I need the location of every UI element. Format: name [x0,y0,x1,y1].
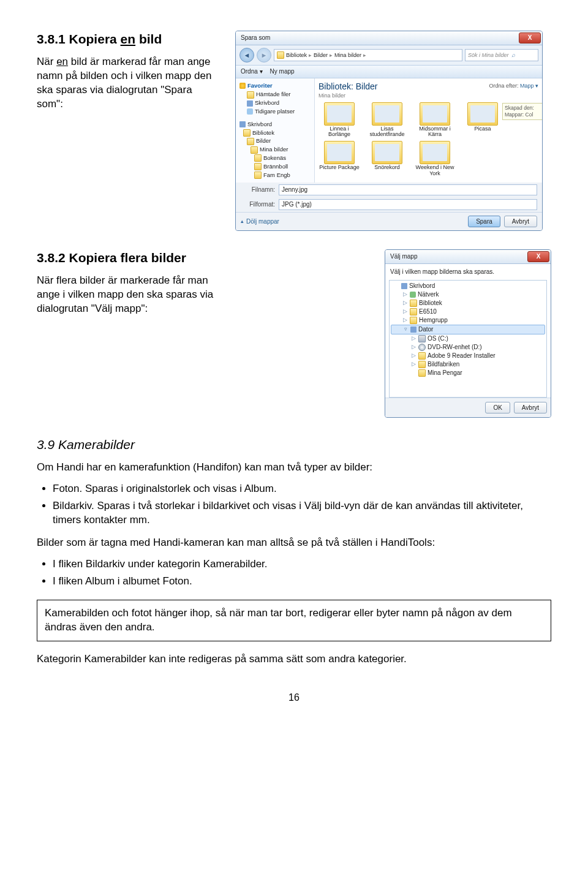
folder-icon [418,352,426,360]
folder-item[interactable]: Midsommar i Kärra [414,102,456,138]
list-item: Bildarkiv. Sparas i två storlekar i bild… [53,499,551,527]
list-item: I fliken Album i albumet Foton. [53,575,551,589]
fileformat-label: Filformat: [241,200,275,209]
folder-icon [410,300,417,307]
folder-icon [372,141,402,164]
cancel-button[interactable]: Avbryt [514,402,547,414]
tree-item[interactable]: ▿Dator [391,325,545,334]
desk-icon [410,326,417,333]
filename-label: Filnamn: [241,186,275,194]
folder-picker-dialog: Välj mapp X Välj i vilken mapp bilderna … [385,249,551,418]
breadcrumb[interactable]: Bibliotek▸ Bilder▸ Mina bilder▸ [274,49,462,61]
order-by-dropdown[interactable]: Mapp ▾ [520,83,538,89]
folder-item[interactable]: Linnea i Borlänge [318,102,360,138]
picker-title: Välj mapp [390,252,417,261]
picker-instruction: Välj i vilken mapp bilderna ska sparas. [390,268,546,276]
fileformat-dropdown[interactable]: JPG (*.jpg) [279,199,537,210]
close-icon[interactable]: X [527,251,549,262]
organize-menu[interactable]: Ordna ▾ [241,67,263,76]
filename-input[interactable]: Jenny.jpg [279,184,537,195]
tree-item[interactable]: ▷Nätverk [391,290,545,299]
tree-item[interactable]: ▷E6510 [391,308,545,316]
para-39-3: Kategorin Kamerabilder kan inte redigera… [37,652,551,666]
folder-tree[interactable]: Skrivbord▷Nätverk▷Bibliotek▷E6510▷Hemgru… [389,280,547,398]
hide-folders-toggle[interactable]: ▴ Dölj mappar [241,217,279,226]
folder-item[interactable]: Weekend i New York [414,141,456,176]
folder-icon [324,102,355,126]
tree-item[interactable]: Skrivbord [391,282,545,290]
para-39-2: Bilder som är tagna med Handi-kameran ka… [37,536,551,550]
sidebar-item[interactable]: Bokenäs [254,154,312,162]
cancel-button[interactable]: Avbryt [504,216,537,228]
save-button[interactable]: Spara [468,216,500,228]
heading-382: 3.8.2 Kopiera flera bilder [37,249,221,266]
dvd-icon [418,344,426,351]
drive-icon [418,335,426,342]
nav-fwd-icon[interactable]: ► [257,48,271,62]
h381-underline: en [121,32,136,46]
sidebar-item[interactable]: Skrivbord [239,121,312,129]
sidebar-item[interactable]: Skrivbord [247,99,312,107]
list-item: Foton. Sparas i originalstorlek och visa… [53,482,551,496]
folder-item[interactable]: Snörekord [366,141,408,176]
chevron-up-icon: ▴ [241,217,244,225]
folder-item[interactable]: Picasa [462,102,503,138]
library-subtitle: Mina bilder [318,92,538,99]
folder-icon [420,102,450,126]
star-icon [239,83,246,89]
search-input[interactable]: Sök i Mina bilder ⌕ [465,49,538,61]
tree-item[interactable]: ▷OS (C:) [391,334,545,343]
save-as-dialog: Spara som X ◄ ► Bibliotek▸ Bilder▸ Mina … [235,31,543,231]
nav-back-icon[interactable]: ◄ [239,48,254,62]
para-381: När en bild är markerad får man ange nam… [37,55,221,111]
new-folder-button[interactable]: Ny mapp [270,67,295,76]
folder-icon [467,102,498,126]
folder-icon [420,141,450,164]
net-icon [410,292,416,298]
para-382: När flera bilder är markerade får man an… [37,274,221,316]
heading-39: 3.9 Kamerabilder [37,436,551,453]
tree-item[interactable]: Mina Pengar [391,369,545,377]
note-box: Kamerabilden och fotot hänger ihop, så n… [37,600,551,641]
folder-item[interactable]: Picture Package [318,141,360,176]
list-item: I fliken Bildarkiv under kategorin Kamer… [53,557,551,572]
save-sidebar: Favoriter Hämtade filer Skrivbord Tidiga… [236,78,315,183]
tree-item[interactable]: ▷Bibliotek [391,299,545,308]
tree-item[interactable]: ▷Bildfabriken [391,360,545,369]
sidebar-item[interactable]: Brännboll [254,163,312,171]
folder-icon [410,308,417,315]
h381-prefix: 3.8.1 Kopiera [37,32,121,46]
para-39-intro: Om Handi har en kamerafunktion (Handifon… [37,461,551,475]
sidebar-item[interactable]: Hämtade filer [247,91,312,99]
desk-icon [401,283,407,289]
tree-item[interactable]: ▷Hemgrupp [391,316,545,325]
folder-icon [410,317,417,324]
page-number: 16 [37,691,551,704]
bullet-list-2: I fliken Bildarkiv under kategorin Kamer… [53,557,551,589]
folder-icon [324,141,355,164]
info-pane: Skapad den: Mappar: Col [502,103,543,121]
folder-item[interactable]: Lisas studentfirande [366,102,408,138]
ok-button[interactable]: OK [485,402,510,414]
folder-icon [418,361,426,368]
tree-item[interactable]: ▷Adobe 9 Reader Installer [391,352,545,360]
sidebar-item[interactable]: Fam Engb [254,172,312,179]
save-dialog-title: Spara som [241,34,270,42]
sidebar-item[interactable]: Tidigare platser [247,108,312,116]
folder-icon [418,369,426,377]
heading-381: 3.8.1 Kopiera en bild [37,31,221,48]
folder-icon [277,51,284,59]
h381-suffix: bild [135,32,162,46]
folder-icon [372,102,402,126]
sidebar-item[interactable]: Bilder [247,137,312,145]
search-icon: ⌕ [511,51,515,59]
tree-item[interactable]: ▷DVD-RW-enhet (D:) [391,343,545,352]
sidebar-item[interactable]: Mina bilder [251,146,312,154]
sidebar-item[interactable]: Bibliotek [243,129,312,137]
close-icon[interactable]: X [519,32,541,43]
bullet-list-1: Foton. Sparas i originalstorlek och visa… [53,482,551,527]
save-content: Bibliotek: Bilder Mina bilder Ordna efte… [315,78,542,183]
